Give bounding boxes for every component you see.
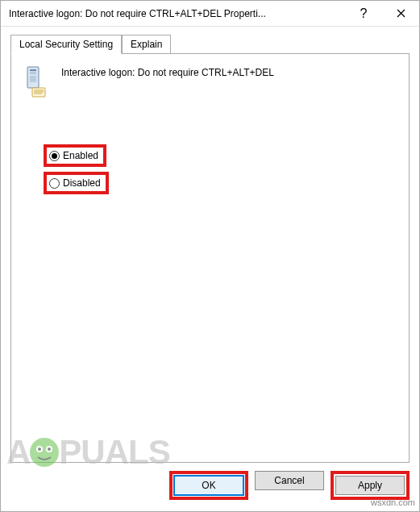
- window-title: Interactive logon: Do not require CTRL+A…: [9, 8, 345, 19]
- help-button[interactable]: ?: [345, 1, 382, 27]
- policy-title: Interactive logon: Do not require CTRL+A…: [61, 65, 274, 78]
- apply-button[interactable]: Apply: [335, 476, 405, 495]
- ok-highlight: OK: [169, 471, 248, 500]
- radio-enabled[interactable]: Enabled: [44, 144, 106, 167]
- svg-rect-3: [30, 69, 36, 71]
- svg-rect-4: [30, 72, 36, 73]
- policy-header: Interactive logon: Do not require CTRL+A…: [23, 65, 397, 98]
- radio-enabled-indicator: [49, 151, 60, 161]
- ok-button[interactable]: OK: [174, 476, 243, 495]
- close-icon: [397, 9, 405, 18]
- radio-dot-icon: [52, 153, 57, 159]
- cancel-button[interactable]: Cancel: [255, 471, 324, 490]
- radio-enabled-label: Enabled: [63, 150, 98, 161]
- radio-disabled[interactable]: Disabled: [44, 172, 109, 194]
- tab-strip: Local Security Setting Explain: [10, 35, 410, 53]
- radio-disabled-label: Disabled: [63, 177, 101, 189]
- apply-highlight: Apply: [331, 471, 410, 500]
- policy-icon: [23, 65, 50, 98]
- tab-explain[interactable]: Explain: [122, 35, 171, 53]
- tab-panel-local-security: Interactive logon: Do not require CTRL+A…: [10, 53, 410, 463]
- source-attribution: wsxdn.com: [371, 497, 415, 507]
- radio-disabled-indicator: [49, 178, 60, 189]
- titlebar: Interactive logon: Do not require CTRL+A…: [1, 1, 419, 27]
- radio-group: Enabled Disabled: [44, 144, 397, 194]
- svg-rect-5: [30, 73, 36, 74]
- svg-rect-6: [30, 76, 36, 82]
- properties-dialog: Interactive logon: Do not require CTRL+A…: [0, 0, 420, 512]
- dialog-body: Local Security Setting Explain: [1, 27, 419, 463]
- tab-local-security-setting[interactable]: Local Security Setting: [10, 35, 122, 54]
- close-button[interactable]: [382, 1, 419, 27]
- dialog-button-bar: OK Cancel Apply: [1, 463, 419, 511]
